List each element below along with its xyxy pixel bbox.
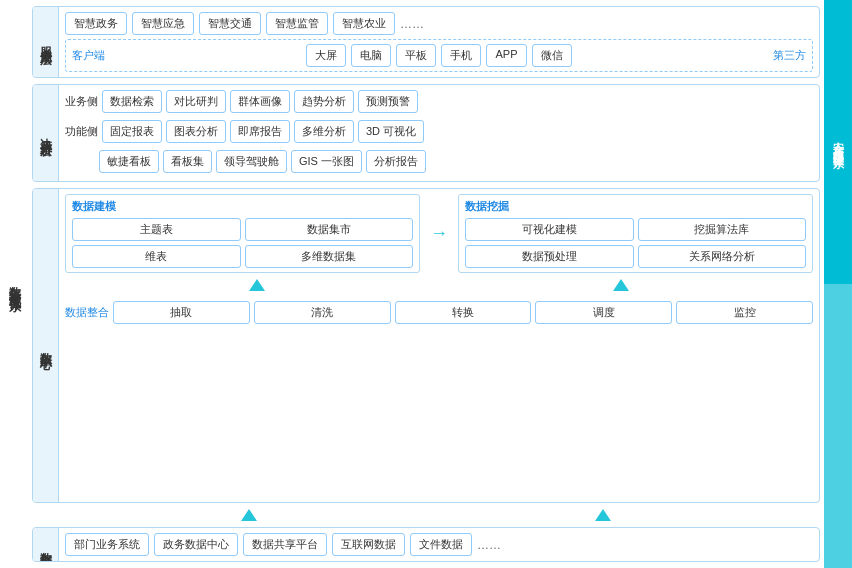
int-box-3[interactable]: 调度: [535, 301, 672, 324]
left-label: 数据标准规范体系: [0, 0, 28, 568]
build-box-3[interactable]: 多维数据集: [245, 245, 414, 268]
func-box2-4[interactable]: 分析报告: [366, 150, 426, 173]
client-box-4[interactable]: APP: [486, 44, 526, 67]
third-party-label: 第三方: [773, 48, 806, 63]
up-arrow-ds-left: [241, 509, 257, 521]
func-box2-1[interactable]: 看板集: [163, 150, 212, 173]
ds-box-4[interactable]: 文件数据: [410, 533, 472, 556]
service-box-0[interactable]: 智慧政务: [65, 12, 127, 35]
datasource-content: 部门业务系统 政务数据中心 数据共享平台 互联网数据 文件数据 ……: [59, 528, 819, 561]
service-top-row: 智慧政务 智慧应急 智慧交通 智慧监管 智慧农业 ……: [65, 12, 813, 35]
func-boxes-2: 敏捷看板 看板集 领导驾驶舱 GIS 一张图 分析报告: [99, 150, 426, 173]
mine-box-3[interactable]: 关系网络分析: [638, 245, 807, 268]
main-container: 数据标准规范体系 服务应用层 智慧政务 智慧应急 智慧交通 智慧监管 智慧农业 …: [0, 0, 852, 568]
func-box2-0[interactable]: 敏捷看板: [99, 150, 159, 173]
func-row1: 功能侧 固定报表 图表分析 即席报告 多维分析 3D 可视化: [65, 120, 813, 143]
biz-box-4[interactable]: 预测预警: [358, 90, 418, 113]
right-side-bar: 安全与运维保障体系: [824, 0, 852, 568]
mine-grid: 可视化建模 挖掘算法库 数据预处理 关系网络分析: [465, 218, 806, 268]
datasource-layer-title: 数据源: [33, 528, 59, 561]
ds-box-2[interactable]: 数据共享平台: [243, 533, 327, 556]
biz-box-3[interactable]: 趋势分析: [294, 90, 354, 113]
client-boxes: 大屏 电脑 平板 手机 APP 微信: [110, 44, 768, 67]
business-boxes: 数据检索 对比研判 群体画像 趋势分析 预测预警: [102, 90, 418, 113]
biz-box-0[interactable]: 数据检索: [102, 90, 162, 113]
datacenter-layer: 数据中心 数据建模 主题表 数据集市 维表 多维数据集 →: [32, 188, 820, 503]
build-box-0[interactable]: 主题表: [72, 218, 241, 241]
client-row: 客户端 大屏 电脑 平板 手机 APP 微信 第三方: [65, 39, 813, 72]
biz-box-2[interactable]: 群体画像: [230, 90, 290, 113]
right-bar-security: 安全与运维保障体系: [824, 0, 852, 284]
decision-layer-content: 业务侧 数据检索 对比研判 群体画像 趋势分析 预测预警 功能侧 固定报表 图表…: [59, 85, 819, 181]
left-label-text: 数据标准规范体系: [6, 276, 23, 292]
client-label: 客户端: [72, 48, 105, 63]
datacenter-top: 数据建模 主题表 数据集市 维表 多维数据集 → 数据挖掘: [65, 194, 813, 273]
up-arrow-left: [249, 279, 265, 291]
arrows-section-row: [32, 509, 820, 521]
client-box-3[interactable]: 手机: [441, 44, 481, 67]
client-box-2[interactable]: 平板: [396, 44, 436, 67]
build-title: 数据建模: [72, 199, 413, 214]
service-dots: ……: [400, 17, 424, 31]
int-box-1[interactable]: 清洗: [254, 301, 391, 324]
func-box2-2[interactable]: 领导驾驶舱: [216, 150, 287, 173]
ds-box-0[interactable]: 部门业务系统: [65, 533, 149, 556]
int-box-0[interactable]: 抽取: [113, 301, 250, 324]
datacenter-layer-title: 数据中心: [33, 189, 59, 502]
ds-dots: ……: [477, 538, 501, 552]
build-grid: 主题表 数据集市 维表 多维数据集: [72, 218, 413, 268]
mine-box-2[interactable]: 数据预处理: [465, 245, 634, 268]
integration-boxes: 抽取 清洗 转换 调度 监控: [113, 301, 813, 324]
service-layer-title: 服务应用层: [33, 7, 59, 77]
datasource-boxes: 部门业务系统 政务数据中心 数据共享平台 互联网数据 文件数据 ……: [65, 533, 813, 556]
up-arrow-ds-right: [595, 509, 611, 521]
func-side-label: 功能侧: [65, 124, 98, 139]
mine-section: 数据挖掘 可视化建模 挖掘算法库 数据预处理 关系网络分析: [458, 194, 813, 273]
ds-box-1[interactable]: 政务数据中心: [154, 533, 238, 556]
right-bar-security-text: 安全与运维保障体系: [831, 133, 846, 151]
client-box-1[interactable]: 电脑: [351, 44, 391, 67]
func-box-1[interactable]: 图表分析: [166, 120, 226, 143]
datacenter-content: 数据建模 主题表 数据集市 维表 多维数据集 → 数据挖掘: [59, 189, 819, 502]
integration-row: 数据整合 抽取 清洗 转换 调度 监控: [65, 301, 813, 324]
int-box-2[interactable]: 转换: [395, 301, 532, 324]
decision-layer: 决策分析层 业务侧 数据检索 对比研判 群体画像 趋势分析 预测预警 功能侧 固…: [32, 84, 820, 182]
biz-box-1[interactable]: 对比研判: [166, 90, 226, 113]
client-box-5[interactable]: 微信: [532, 44, 572, 67]
func-box-4[interactable]: 3D 可视化: [358, 120, 424, 143]
service-box-4[interactable]: 智慧农业: [333, 12, 395, 35]
arrow-connector: →: [428, 223, 450, 244]
datasource-layer: 数据源 部门业务系统 政务数据中心 数据共享平台 互联网数据 文件数据 ……: [32, 527, 820, 562]
mine-box-1[interactable]: 挖掘算法库: [638, 218, 807, 241]
func-boxes-1: 固定报表 图表分析 即席报告 多维分析 3D 可视化: [102, 120, 424, 143]
service-layer: 服务应用层 智慧政务 智慧应急 智慧交通 智慧监管 智慧农业 …… 客户端 大屏…: [32, 6, 820, 78]
content-area: 服务应用层 智慧政务 智慧应急 智慧交通 智慧监管 智慧农业 …… 客户端 大屏…: [28, 0, 824, 568]
service-box-2[interactable]: 智慧交通: [199, 12, 261, 35]
arrows-row: [65, 277, 813, 293]
decision-layer-title: 决策分析层: [33, 85, 59, 181]
service-layer-content: 智慧政务 智慧应急 智慧交通 智慧监管 智慧农业 …… 客户端 大屏 电脑 平板…: [59, 7, 819, 77]
business-row: 业务侧 数据检索 对比研判 群体画像 趋势分析 预测预警: [65, 90, 813, 113]
build-box-2[interactable]: 维表: [72, 245, 241, 268]
func-box-3[interactable]: 多维分析: [294, 120, 354, 143]
business-side-label: 业务侧: [65, 94, 98, 109]
service-box-3[interactable]: 智慧监管: [266, 12, 328, 35]
mine-box-0[interactable]: 可视化建模: [465, 218, 634, 241]
func-box2-3[interactable]: GIS 一张图: [291, 150, 362, 173]
integration-label: 数据整合: [65, 305, 109, 320]
up-arrow-right: [613, 279, 629, 291]
mine-title: 数据挖掘: [465, 199, 806, 214]
client-box-0[interactable]: 大屏: [306, 44, 346, 67]
int-box-4[interactable]: 监控: [676, 301, 813, 324]
service-box-1[interactable]: 智慧应急: [132, 12, 194, 35]
ds-box-3[interactable]: 互联网数据: [332, 533, 405, 556]
func-box-0[interactable]: 固定报表: [102, 120, 162, 143]
func-box-2[interactable]: 即席报告: [230, 120, 290, 143]
build-box-1[interactable]: 数据集市: [245, 218, 414, 241]
right-bar-ops: [824, 284, 852, 568]
build-section: 数据建模 主题表 数据集市 维表 多维数据集: [65, 194, 420, 273]
func-row2: 敏捷看板 看板集 领导驾驶舱 GIS 一张图 分析报告: [65, 150, 813, 173]
